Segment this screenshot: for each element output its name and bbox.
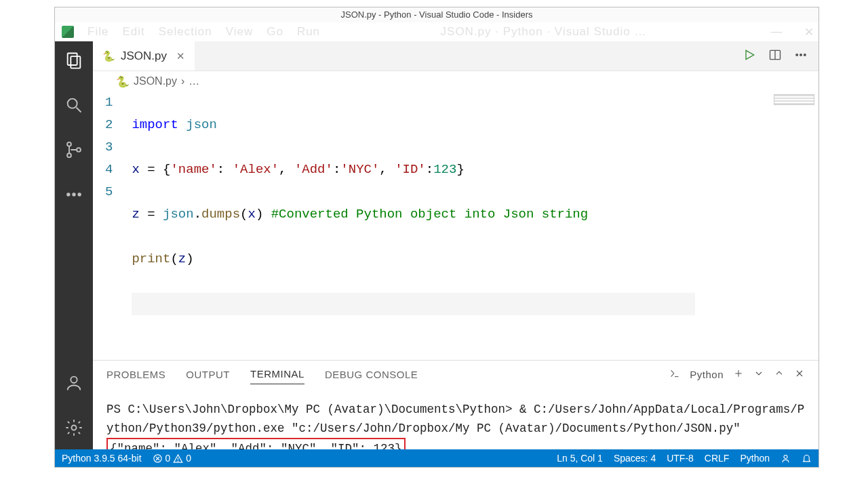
- tab-output[interactable]: OUTPUT: [186, 365, 230, 384]
- menu-bar: File Edit Selection View Go Run JSON.py …: [55, 22, 818, 41]
- terminal-command: PS C:\Users\John\Dropbox\My PC (Avatar)\…: [106, 400, 805, 438]
- error-icon: [153, 453, 163, 464]
- window-close-icon[interactable]: ✕: [800, 25, 818, 39]
- menu-file[interactable]: File: [87, 25, 108, 39]
- window-titlebar: JSON.py - Python - Visual Studio Code - …: [55, 7, 818, 22]
- panel-tabs: PROBLEMS OUTPUT TERMINAL DEBUG CONSOLE P…: [93, 361, 818, 388]
- terminal-output-highlight: {"name": "Alex", "Add": "NYC", "ID": 123…: [106, 438, 406, 449]
- tab-json-py[interactable]: 🐍 JSON.py ✕: [93, 41, 195, 70]
- svg-point-6: [77, 148, 81, 152]
- menu-go[interactable]: Go: [267, 25, 283, 39]
- svg-rect-0: [68, 54, 77, 66]
- code-content[interactable]: import json x = {'name': 'Alex', 'Add':'…: [132, 92, 818, 360]
- svg-rect-1: [71, 56, 80, 68]
- tab-filename: JSON.py: [121, 49, 167, 63]
- breadcrumb-sep: ›: [181, 75, 184, 87]
- breadcrumb-tail: …: [189, 75, 199, 87]
- more-icon[interactable]: [64, 185, 83, 207]
- status-python-version[interactable]: Python 3.9.5 64-bit: [62, 453, 142, 464]
- new-terminal-icon[interactable]: [733, 368, 744, 381]
- status-bar: Python 3.9.5 64-bit 0 0 Ln 5, Col 1 Spac…: [55, 449, 818, 467]
- breadcrumb-file: JSON.py: [134, 75, 177, 87]
- svg-point-16: [800, 54, 802, 56]
- menu-view[interactable]: View: [226, 25, 254, 39]
- title-ghost: JSON.py · Python · Visual Studio …: [441, 25, 647, 39]
- run-button-icon[interactable]: [743, 48, 756, 64]
- explorer-icon[interactable]: [64, 51, 83, 73]
- svg-point-2: [68, 99, 77, 108]
- line-gutter: 1 2 3 4 5: [102, 92, 132, 360]
- svg-point-4: [67, 142, 71, 146]
- terminal-profile-label[interactable]: Python: [690, 369, 724, 380]
- menu-selection[interactable]: Selection: [159, 25, 212, 39]
- svg-point-7: [67, 193, 70, 196]
- editor-more-icon[interactable]: [794, 48, 808, 64]
- svg-point-8: [73, 193, 75, 196]
- tab-terminal[interactable]: TERMINAL: [250, 364, 304, 384]
- svg-point-5: [67, 153, 71, 157]
- status-eol[interactable]: CRLF: [705, 453, 730, 464]
- tab-close-icon[interactable]: ✕: [176, 50, 185, 62]
- search-icon[interactable]: [64, 96, 83, 117]
- svg-point-9: [78, 193, 81, 196]
- terminal-dropdown-icon[interactable]: [753, 368, 764, 381]
- svg-point-15: [796, 54, 798, 56]
- maximize-panel-icon[interactable]: [774, 368, 785, 381]
- svg-point-10: [71, 377, 77, 383]
- source-control-icon[interactable]: [64, 140, 83, 162]
- svg-marker-12: [746, 50, 754, 59]
- status-spaces[interactable]: Spaces: 4: [614, 453, 656, 464]
- split-editor-icon[interactable]: [768, 48, 782, 64]
- activity-bar: [55, 41, 93, 449]
- accounts-icon[interactable]: [64, 373, 83, 395]
- terminal-shell-icon[interactable]: [669, 368, 680, 381]
- minimap[interactable]: [774, 94, 814, 105]
- breadcrumb[interactable]: 🐍 JSON.py › …: [93, 71, 818, 92]
- status-lncol[interactable]: Ln 5, Col 1: [557, 453, 603, 464]
- bottom-panel: PROBLEMS OUTPUT TERMINAL DEBUG CONSOLE P…: [93, 360, 818, 449]
- python-file-icon: 🐍: [116, 75, 130, 88]
- editor-tab-row: 🐍 JSON.py ✕: [93, 41, 818, 71]
- status-problems[interactable]: 0 0: [153, 453, 192, 464]
- window-title: JSON.py - Python - Visual Studio Code - …: [341, 9, 533, 20]
- terminal-content[interactable]: PS C:\Users\John\Dropbox\My PC (Avatar)\…: [93, 388, 818, 449]
- svg-line-3: [77, 108, 81, 113]
- status-notifications-icon[interactable]: [802, 453, 812, 464]
- window-minimize-icon[interactable]: —: [767, 25, 786, 39]
- status-feedback-icon[interactable]: [781, 453, 791, 464]
- vscode-window: JSON.py - Python - Visual Studio Code - …: [54, 7, 819, 468]
- tab-problems[interactable]: PROBLEMS: [106, 365, 165, 384]
- menu-edit[interactable]: Edit: [122, 25, 144, 39]
- svg-point-28: [784, 455, 787, 458]
- tab-debug-console[interactable]: DEBUG CONSOLE: [325, 365, 418, 384]
- svg-point-27: [178, 460, 179, 461]
- settings-gear-icon[interactable]: [64, 418, 83, 440]
- warning-icon: [173, 453, 183, 464]
- code-editor[interactable]: 1 2 3 4 5 import json x = {'name': 'Alex…: [93, 92, 818, 360]
- vscode-logo-icon: [62, 26, 74, 38]
- menu-run[interactable]: Run: [297, 25, 320, 39]
- python-file-icon: 🐍: [102, 50, 115, 62]
- status-encoding[interactable]: UTF-8: [667, 453, 694, 464]
- status-language[interactable]: Python: [740, 453, 770, 464]
- svg-point-11: [72, 426, 77, 430]
- close-panel-icon[interactable]: [794, 368, 805, 381]
- svg-point-17: [804, 54, 806, 56]
